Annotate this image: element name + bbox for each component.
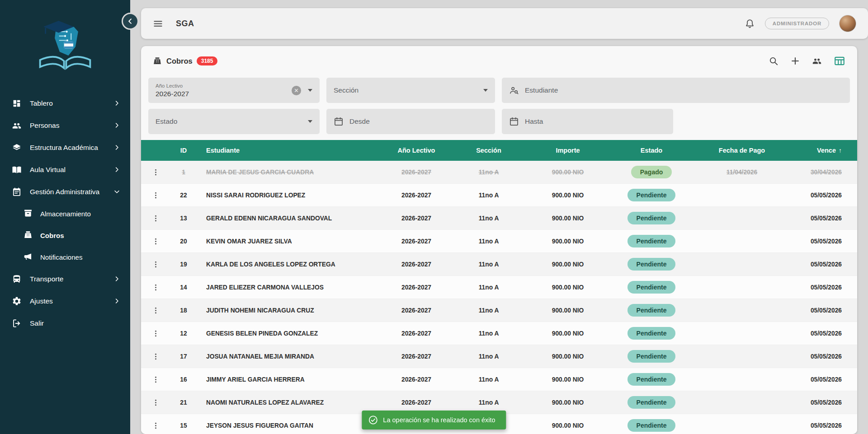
chevron-down-icon[interactable] (308, 120, 312, 123)
cashregister-icon (24, 230, 33, 240)
row-menu-icon[interactable] (151, 374, 161, 385)
filter-estado[interactable]: Estado (148, 109, 320, 134)
row-menu-icon[interactable] (151, 420, 161, 431)
filter-estudiante[interactable]: Estudiante (502, 78, 850, 103)
sidebar-item-tablero[interactable]: Tablero (0, 92, 130, 114)
status-badge: Pendiente (627, 419, 676, 432)
row-menu-icon[interactable] (151, 397, 161, 408)
cell-amount: 900.00 NIO (523, 399, 613, 406)
row-menu-icon[interactable] (151, 213, 161, 224)
status-badge: Pendiente (627, 189, 676, 201)
sidebar-item-salir[interactable]: Salir (0, 312, 130, 334)
sidebar-item-personas[interactable]: Personas (0, 114, 130, 136)
filter-hasta[interactable]: Hasta (502, 109, 673, 134)
cell-due-date: 05/05/2026 (794, 376, 857, 383)
sort-arrow-icon[interactable]: ↑ (839, 147, 842, 154)
table-row[interactable]: 18 JUDITH NOHEMI NICARAGUA CRUZ 2026-202… (141, 299, 857, 322)
add-button[interactable] (790, 56, 800, 66)
sidebar-item-aula-virtual[interactable]: Aula Virtual (0, 159, 130, 181)
column-header-year[interactable]: Año Lectivo (378, 147, 455, 154)
row-menu-icon[interactable] (151, 236, 161, 247)
dashboard-icon (12, 98, 22, 108)
table-row[interactable]: 14 JARED ELIEZER CARMONA VALLEJOS 2026-2… (141, 276, 857, 299)
sidebar-item-gestion-administrativa[interactable]: Gestión Administrativa (0, 181, 130, 203)
table-row[interactable]: 19 KARLA DE LOS ANGELES LOPEZ ORTEGA 202… (141, 253, 857, 276)
cell-section: 11no A (455, 330, 523, 337)
column-header-due[interactable]: Vence↑ (794, 147, 857, 154)
row-menu-icon[interactable] (151, 282, 161, 293)
sidebar-item-estructura-academica[interactable]: Estructura Académica (0, 136, 130, 159)
calendar-icon (509, 117, 519, 126)
column-header-payment[interactable]: Fecha de Pago (690, 147, 794, 154)
chevron-down-icon[interactable] (308, 89, 312, 92)
table-row[interactable]: 17 JOSUA NATANAEL MEJIA MIRANDA 2026-202… (141, 345, 857, 368)
table-view-button[interactable] (834, 55, 845, 67)
clear-icon[interactable]: ✕ (292, 86, 301, 95)
add-icon (790, 56, 800, 66)
sidebar-item-label: Cobros (40, 232, 120, 239)
row-menu-icon[interactable] (151, 328, 161, 339)
cell-due-date: 05/05/2026 (794, 215, 857, 222)
cell-id: 17 (170, 353, 197, 360)
chevron-right-icon (113, 122, 120, 129)
status-badge: Pendiente (627, 281, 676, 294)
table-row[interactable]: 20 KEVIN OMAR JUAREZ SILVA 2026-2027 11n… (141, 230, 857, 253)
column-header-amount[interactable]: Importe (523, 147, 613, 154)
cell-student: JUDITH NOHEMI NICARAGUA CRUZ (197, 307, 378, 314)
sidebar-item-transporte[interactable]: Transporte (0, 268, 130, 290)
sidebar-collapse-button[interactable] (122, 13, 139, 30)
filter-seccion[interactable]: Sección (326, 78, 495, 103)
sidebar-item-almacenamiento[interactable]: Almacenamiento (0, 203, 130, 224)
cell-status: Pendiente (613, 350, 690, 363)
cell-year: 2026-2027 (378, 238, 455, 245)
cell-due-date: 05/05/2026 (794, 307, 857, 314)
table-row[interactable]: 13 GERALD EDENN NICARAGUA SANDOVAL 2026-… (141, 207, 857, 230)
cell-due-date: 05/05/2026 (794, 238, 857, 245)
group-button[interactable] (812, 56, 822, 66)
column-header-section[interactable]: Sección (455, 147, 523, 154)
avatar[interactable] (839, 15, 856, 32)
table-row[interactable]: 12 GENESIS BELEN PINEDA GONZALEZ 2026-20… (141, 322, 857, 345)
row-menu-icon[interactable] (151, 190, 161, 201)
role-button[interactable]: ADMINISTRADOR (765, 18, 829, 29)
check-circle-icon (368, 415, 378, 425)
bell-icon (745, 19, 755, 29)
field-placeholder: Hasta (525, 117, 666, 126)
sidebar-item-ajustes[interactable]: Ajustes (0, 290, 130, 312)
sidebar-item-notificaciones[interactable]: Notificaciones (0, 246, 130, 268)
bus-icon (12, 274, 22, 284)
cell-due-date: 05/05/2026 (794, 353, 857, 360)
cell-student: KARLA DE LOS ANGELES LOPEZ ORTEGA (197, 261, 378, 268)
chevron-down-icon[interactable] (483, 89, 488, 92)
row-menu-icon[interactable] (151, 351, 161, 362)
notifications-button[interactable] (745, 19, 755, 29)
search-button[interactable] (769, 56, 778, 66)
calendar-icon (334, 117, 344, 126)
cash-register-icon (153, 56, 162, 65)
row-menu-icon[interactable] (151, 259, 161, 270)
hamburger-menu-button[interactable] (153, 19, 163, 29)
cell-amount: 900.00 NIO (523, 330, 613, 337)
table-row[interactable]: 1 MARIA DE JESUS GARCIA CUADRA 2026-2027… (141, 161, 857, 184)
column-header-status[interactable]: Estado (613, 147, 690, 154)
filter-anio-lectivo[interactable]: Año Lectivo 2026-2027 ✕ (148, 78, 320, 103)
sidebar-item-cobros[interactable]: Cobros (0, 224, 130, 246)
column-header-id[interactable]: ID (170, 147, 197, 154)
row-menu-icon[interactable] (151, 167, 161, 177)
column-header-student[interactable]: Estudiante (197, 147, 378, 154)
filter-desde[interactable]: Desde (326, 109, 495, 134)
count-badge: 3185 (197, 56, 218, 65)
table-row[interactable]: 22 NISSI SARAI RODRIGUEZ LOPEZ 2026-2027… (141, 184, 857, 207)
person-search-icon (509, 85, 519, 95)
cell-student: JIMMY ARIEL GARCIA HERRERA (197, 376, 378, 383)
cell-status: Pendiente (613, 327, 690, 340)
status-badge: Pendiente (627, 304, 676, 317)
cell-id: 1 (170, 169, 197, 176)
cell-year: 2026-2027 (378, 284, 455, 291)
table-row[interactable]: 16 JIMMY ARIEL GARCIA HERRERA 2026-2027 … (141, 368, 857, 391)
cell-status: Pendiente (613, 419, 690, 432)
chevron-right-icon (113, 275, 120, 282)
cell-section: 11no A (455, 192, 523, 199)
row-menu-icon[interactable] (151, 305, 161, 316)
cell-id: 15 (170, 422, 197, 429)
